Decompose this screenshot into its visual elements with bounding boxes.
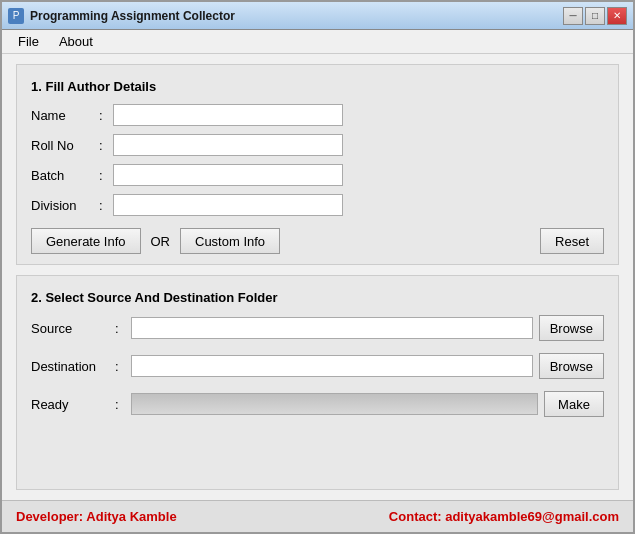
destination-row: Destination : Browse [31,353,604,379]
destination-label: Destination [31,359,109,374]
source-colon: : [115,321,125,336]
action-buttons-row: Generate Info OR Custom Info Reset [31,228,604,254]
ready-colon: : [115,397,125,412]
ready-label: Ready [31,397,109,412]
reset-button[interactable]: Reset [540,228,604,254]
title-bar-left: P Programming Assignment Collector [8,8,235,24]
division-input[interactable] [113,194,343,216]
minimize-button[interactable]: ─ [563,7,583,25]
maximize-button[interactable]: □ [585,7,605,25]
batch-colon: : [99,168,113,183]
developer-text: Developer: Aditya Kamble [16,509,177,524]
or-text: OR [151,234,171,249]
author-section: 1. Fill Author Details Name : Roll No : … [16,64,619,265]
make-button[interactable]: Make [544,391,604,417]
main-content: 1. Fill Author Details Name : Roll No : … [2,54,633,500]
batch-row: Batch : [31,164,604,186]
menu-file[interactable]: File [10,32,47,51]
source-row: Source : Browse [31,315,604,341]
division-row: Division : [31,194,604,216]
rollno-row: Roll No : [31,134,604,156]
source-section: 2. Select Source And Destination Folder … [16,275,619,490]
name-label: Name [31,108,99,123]
contact-text: Contact: adityakamble69@gmail.com [389,509,619,524]
custom-info-button[interactable]: Custom Info [180,228,280,254]
window-title: Programming Assignment Collector [30,9,235,23]
batch-input[interactable] [113,164,343,186]
source-label: Source [31,321,109,336]
destination-input[interactable] [131,355,533,377]
rollno-colon: : [99,138,113,153]
ready-row: Ready : Make [31,391,604,417]
footer: Developer: Aditya Kamble Contact: aditya… [2,500,633,532]
name-row: Name : [31,104,604,126]
batch-label: Batch [31,168,99,183]
title-bar: P Programming Assignment Collector ─ □ ✕ [2,2,633,30]
source-input[interactable] [131,317,533,339]
division-label: Division [31,198,99,213]
rollno-input[interactable] [113,134,343,156]
main-window: P Programming Assignment Collector ─ □ ✕… [0,0,635,534]
name-colon: : [99,108,113,123]
section1-title: 1. Fill Author Details [31,79,604,94]
menubar: File About [2,30,633,54]
destination-colon: : [115,359,125,374]
name-input[interactable] [113,104,343,126]
title-buttons: ─ □ ✕ [563,7,627,25]
generate-info-button[interactable]: Generate Info [31,228,141,254]
destination-browse-button[interactable]: Browse [539,353,604,379]
progress-bar [131,393,538,415]
close-button[interactable]: ✕ [607,7,627,25]
section2-title: 2. Select Source And Destination Folder [31,290,604,305]
app-icon: P [8,8,24,24]
rollno-label: Roll No [31,138,99,153]
source-browse-button[interactable]: Browse [539,315,604,341]
menu-about[interactable]: About [51,32,101,51]
division-colon: : [99,198,113,213]
